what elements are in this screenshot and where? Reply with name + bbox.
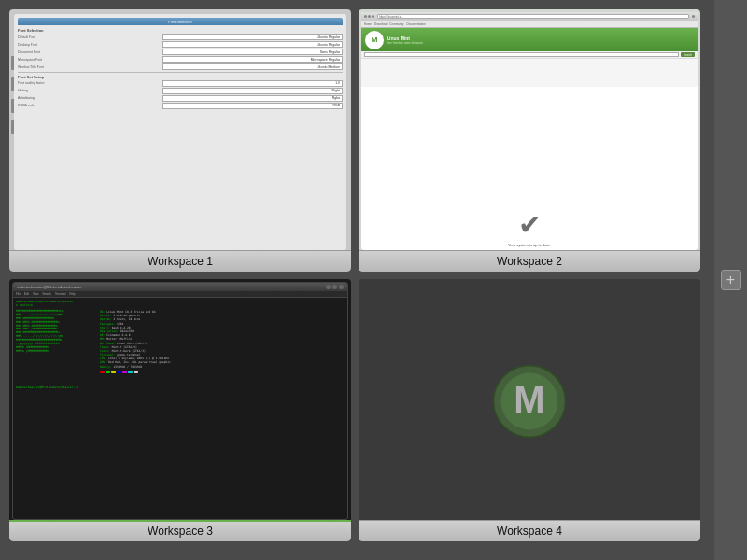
ws2-search-input xyxy=(364,52,679,57)
add-workspace-button[interactable]: + xyxy=(721,270,741,290)
workspace-2-preview[interactable]: https://linuxmint.c... Home Download Com… xyxy=(359,9,700,250)
ws1-label-5: Window Title Font xyxy=(18,65,162,69)
workspace-4-label: Workspace 4 xyxy=(359,520,700,541)
workspace-3[interactable]: maketecheasier@Mint-maketecheasier:~ Fil… xyxy=(9,279,351,541)
ws4-logo-container: M xyxy=(361,282,698,520)
ws1-row-1: Default Font Ubuntu Regular xyxy=(18,34,343,40)
ws1-row-4: Monospace Font Monospace Regular xyxy=(18,56,343,63)
ws2-url-text: https://linuxmint.c... xyxy=(379,15,403,19)
workspace-4-preview[interactable]: M xyxy=(359,279,700,520)
ws3-prompt-text: maketecheasier@Mint-maketecheasier:~$ xyxy=(16,385,78,389)
ws1-value-5: Ubuntu Medium xyxy=(162,63,343,70)
ws1-label-6: Font scaling factor xyxy=(18,81,162,85)
color-dot xyxy=(111,371,116,373)
ws1-label-4: Monospace Font xyxy=(18,58,162,62)
ws3-info-panel: OS: Linux Mint 18.3 Tricia x86 64 Kernel… xyxy=(100,310,345,373)
ws3-color-palette xyxy=(100,371,345,373)
ws1-value-8: Rgba xyxy=(162,95,343,102)
ws1-value-4: Monospace Regular xyxy=(162,56,343,63)
ws3-btn-max xyxy=(332,285,337,289)
color-dot xyxy=(122,371,127,373)
ws2-content xyxy=(361,59,698,87)
workspaces-grid: Font Selection Font Selection Default Fo… xyxy=(0,0,710,551)
color-dot xyxy=(100,371,105,373)
ws3-command-line: $ neofetch xyxy=(16,303,345,307)
ws3-menu-terminal: Terminal xyxy=(55,292,65,296)
ws2-uptodate-text: Your system is up to date. xyxy=(508,243,551,247)
ws3-info-14: Memory: 1356MiB / 7961MiB xyxy=(100,365,345,369)
ws3-command-area: maketecheasier@Mint-maketecheasier $ neo… xyxy=(13,298,347,309)
ws3-menu-view: View xyxy=(33,292,38,296)
ws2-dot-3 xyxy=(372,15,374,18)
color-dot xyxy=(134,371,138,373)
ws3-menu-file: File xyxy=(16,292,21,296)
ws2-nav-community: Community xyxy=(389,22,403,26)
ws1-row-3: Document Font Sans Regular xyxy=(18,49,343,55)
ws1-section1: Font Selection xyxy=(18,28,343,33)
ws2-mint-subtitle: from freedom came elegance xyxy=(387,41,423,45)
ws1-title-bar: Font Selection xyxy=(18,18,343,25)
ws3-terminal: maketecheasier@Mint-maketecheasier:~ Fil… xyxy=(12,282,348,520)
ws3-terminal-controls xyxy=(326,285,344,289)
ws2-dot-4 xyxy=(692,15,695,18)
ws3-terminal-title: maketecheasier@Mint-maketecheasier:~ xyxy=(17,285,85,289)
ws1-section2: Font Set Setup xyxy=(18,75,343,79)
ws2-mint-text: Linux Mint from freedom came elegance xyxy=(387,35,423,45)
ws3-terminal-bar: maketecheasier@Mint-maketecheasier:~ xyxy=(13,283,347,291)
color-dot xyxy=(106,371,110,373)
svg-text:M: M xyxy=(514,379,544,420)
ws3-btn-min xyxy=(326,285,331,289)
plus-icon: + xyxy=(726,273,735,287)
workspace-3-preview[interactable]: maketecheasier@Mint-maketecheasier:~ Fil… xyxy=(9,279,351,520)
ws1-label-8: Antialiasing xyxy=(18,96,162,100)
ws3-prompt-area: maketecheasier@Mint-maketecheasier:~$ xyxy=(13,374,347,393)
ws3-menu-bar: File Edit View Search Terminal Help xyxy=(13,291,347,298)
ws3-command: neofetch xyxy=(20,303,33,307)
ws3-terminal-content: maketecheasier@Mint-maketecheasier $ neo… xyxy=(13,298,347,393)
workspace-2[interactable]: https://linuxmint.c... Home Download Com… xyxy=(359,9,700,272)
ws1-row-5: Window Title Font Ubuntu Medium xyxy=(18,63,343,70)
ws1-row-6: Font scaling factor 1.0 xyxy=(18,80,343,87)
ws3-menu-search: Search xyxy=(42,292,51,296)
ws2-nav-download: Download xyxy=(374,22,387,26)
workspace-1[interactable]: Font Selection Font Selection Default Fo… xyxy=(9,9,351,272)
ws2-browser-bar: https://linuxmint.c... xyxy=(361,12,698,21)
ws1-title: Font Selection xyxy=(168,20,192,24)
workspace-4[interactable]: M Workspace 4 xyxy=(359,279,700,541)
ws2-nav-bar: Home Download Community Documentation xyxy=(361,21,698,28)
ws2-checkmark: ✔ xyxy=(518,208,542,241)
ws3-btn-close xyxy=(339,285,344,289)
ws2-mint-logo: M xyxy=(365,31,384,49)
ws2-nav-home: Home xyxy=(364,22,372,26)
ws2-mint-header: M Linux Mint from freedom came elegance xyxy=(361,28,698,51)
ws3-ascii-12: MMMMs yMMMMMMMMMMMMs xyxy=(16,350,98,354)
mint-logo-icon: M xyxy=(492,364,567,439)
ws1-value-6: 1.0 xyxy=(162,80,343,87)
ws1-value-9: RGB xyxy=(162,103,343,109)
ws2-dot-1 xyxy=(364,15,367,18)
ws3-val-14: 1356MiB / 7961MiB xyxy=(113,365,142,369)
ws1-label-2: Desktop Font xyxy=(18,43,162,47)
ws1-divider xyxy=(18,72,343,73)
ws3-menu-edit: Edit xyxy=(24,292,29,296)
ws1-dialog: Font Selection Font Selection Default Fo… xyxy=(14,14,346,250)
ws1-label-7: Hinting xyxy=(18,89,162,92)
color-dot xyxy=(117,371,121,373)
ws2-nav-docs: Documentation xyxy=(407,22,426,26)
ws3-ascii-art: MMMMMMMMMMMMMMMMMMMMMMMMMdhs: MMM-----//… xyxy=(16,310,98,373)
ws1-value-3: Sans Regular xyxy=(162,49,343,55)
ws1-label-9: RGBA order xyxy=(18,104,162,107)
ws1-value-7: Slight xyxy=(162,88,343,94)
color-dot xyxy=(128,371,133,373)
ws1-value-2: Ubuntu Regular xyxy=(162,41,343,48)
workspace-3-label: Workspace 3 xyxy=(9,520,351,541)
workspace-1-label: Workspace 1 xyxy=(9,250,351,272)
ws2-search-bar: Search xyxy=(361,51,698,59)
right-sidebar: + xyxy=(714,0,747,560)
workspace-1-preview[interactable]: Font Selection Font Selection Default Fo… xyxy=(9,9,351,250)
ws1-label-1: Default Font xyxy=(18,35,162,39)
ws3-menu-help: Help xyxy=(69,292,75,296)
ws1-row-8: Antialiasing Rgba xyxy=(18,95,343,102)
ws1-label-3: Document Font xyxy=(18,50,162,54)
workspace-2-label: Workspace 2 xyxy=(359,250,700,272)
